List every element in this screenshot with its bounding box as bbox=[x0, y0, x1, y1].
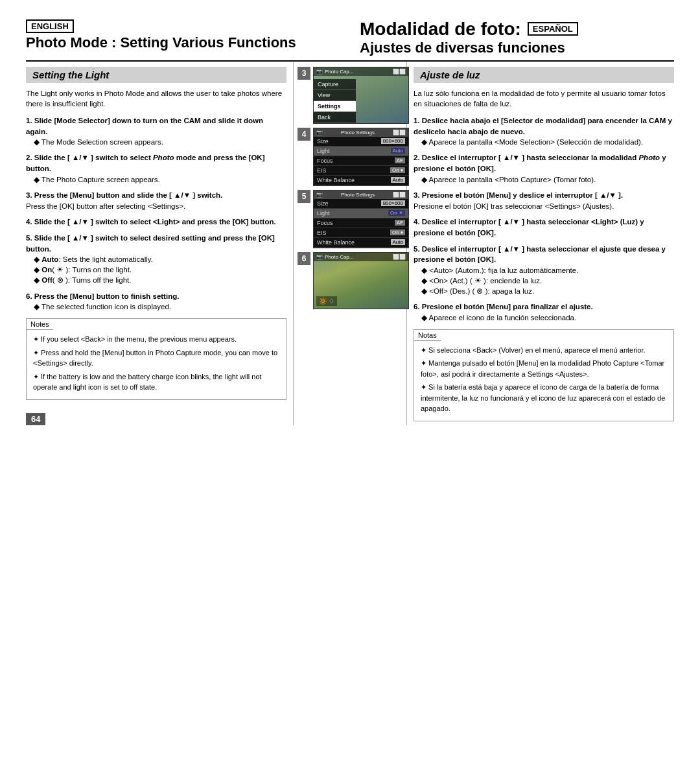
settings-row-focus: Focus AF bbox=[314, 156, 408, 166]
english-badge: ENGLISH bbox=[26, 19, 74, 33]
menu-capture: Capture bbox=[314, 79, 356, 90]
row5-label-wb: White Balance bbox=[317, 239, 355, 246]
set-cam-icon: 📷 bbox=[316, 130, 323, 135]
step-1-text: 1. Slide [Mode Selector] down to turn on… bbox=[26, 117, 263, 135]
es-step-2: 2. Deslice el interruptor [ ▲/▼ ] hasta … bbox=[414, 152, 674, 184]
cam-title-3: Photo Cap... bbox=[325, 69, 353, 75]
note-right-3: ✦ Si la batería está baja y aparece el i… bbox=[419, 382, 668, 414]
row5-val-wb: Auto bbox=[391, 239, 405, 245]
menu-back: Back bbox=[314, 112, 356, 123]
note-left-3: ✦ If the battery is low and the battery … bbox=[32, 371, 281, 393]
notes-box-left: Notes ✦ If you select <Back> in the menu… bbox=[26, 318, 286, 400]
es-step-2-sub: ◆ Aparece la pantalla <Photo Capture> (T… bbox=[414, 174, 674, 185]
step4-badge: 4 bbox=[298, 128, 310, 141]
row5-val-light: On ☀ bbox=[388, 210, 405, 216]
photo-screen-6-header: 📷 Photo Cap... ⬜⬜ bbox=[314, 253, 408, 261]
row-label-light: Light bbox=[317, 148, 330, 154]
ph-icons: ⬜⬜ bbox=[393, 254, 406, 260]
left-steps: 1. Slide [Mode Selector] down to turn on… bbox=[26, 115, 286, 312]
row-label-eis: EIS bbox=[317, 167, 327, 174]
spanish-title: Modalidad de foto: bbox=[360, 19, 521, 40]
screenshot-step4: 4 📷 Photo Settings ⬜⬜ Size 800×600 bbox=[298, 128, 402, 186]
step-3-extra: Press the [OK] button after selecting <S… bbox=[26, 202, 185, 210]
cam-screen-3-header: 📷 Photo Cap... ⬜⬜ bbox=[314, 67, 408, 76]
row-label-wb: White Balance bbox=[317, 177, 355, 183]
row-val-eis: On ♦ bbox=[390, 167, 405, 173]
es-step-4: 4. Deslice el interruptor [ ▲/▼ ] hasta … bbox=[414, 217, 674, 238]
settings5-row-size: Size 800×600 bbox=[314, 199, 408, 209]
spanish-subtitle: Ajustes de diversas funciones bbox=[360, 40, 674, 56]
screenshot-step6: 6 📷 Photo Cap... ⬜⬜ 🔆 ♢ bbox=[298, 252, 402, 309]
photo-screen-6: 📷 Photo Cap... ⬜⬜ 🔆 ♢ bbox=[313, 252, 409, 309]
set-title-5: Photo Settings bbox=[341, 192, 375, 198]
row5-label-size: Size bbox=[317, 200, 329, 207]
settings-row-size: Size 800×600 bbox=[314, 137, 408, 147]
cam-screen-3-overlay: 📷 Photo Cap... ⬜⬜ Capture View Settings … bbox=[314, 67, 408, 123]
settings-header-5: 📷 Photo Settings ⬜⬜ bbox=[314, 191, 408, 199]
step-2-sub: ◆ The Photo Capture screen appears. bbox=[26, 174, 286, 185]
step-1: 1. Slide [Mode Selector] down to turn on… bbox=[26, 115, 286, 147]
notes-content-right: ✦ Si selecciona <Back> (Volver) en el me… bbox=[414, 341, 673, 421]
step-5-sub-off: ◆ Off( ⊗ ): Turns off the light. bbox=[26, 275, 286, 285]
step5-badge: 5 bbox=[298, 190, 310, 203]
row-val-size: 800×600 bbox=[381, 138, 405, 144]
es-step-1-text: 1. Deslice hacia abajo el [Selector de m… bbox=[414, 117, 672, 135]
es-step-3-text: 3. Presione el botón [Menu] y deslice el… bbox=[414, 191, 623, 199]
step-1-sub: ◆ The Mode Selection screen appears. bbox=[26, 137, 286, 147]
page-number: 64 bbox=[26, 413, 45, 425]
row-label-size: Size bbox=[317, 138, 329, 145]
es-step-1-sub: ◆ Aparece la pantalla <Mode Selection> (… bbox=[414, 137, 674, 147]
es-step-5-sub-off: ◆ <Off> (Des.) ( ⊗ ): apaga la luz. bbox=[414, 286, 674, 296]
set-icons: ⬜⬜ bbox=[393, 130, 406, 135]
row5-label-light: Light bbox=[317, 210, 330, 217]
screenshot-step3: 3 📷 Photo Cap... ⬜⬜ Capture bbox=[298, 67, 402, 124]
step-5-text: 5. Slide the [ ▲/▼ ] switch to select de… bbox=[26, 234, 275, 253]
row5-label-focus: Focus bbox=[317, 220, 333, 226]
screen6-container: 📷 Photo Cap... ⬜⬜ 🔆 ♢ bbox=[313, 252, 409, 309]
settings5-row-eis: EIS On ♦ bbox=[314, 228, 408, 238]
header-left: ENGLISH Photo Mode : Setting Various Fun… bbox=[26, 19, 340, 51]
set-cam-icon-5: 📷 bbox=[316, 192, 323, 198]
english-title: Photo Mode : Setting Various Functions bbox=[26, 34, 340, 51]
screen5-container: 📷 Photo Settings ⬜⬜ Size 800×600 Light O… bbox=[313, 190, 409, 248]
es-step-5: 5. Deslice el interruptor [ ▲/▼ ] hasta … bbox=[414, 244, 674, 297]
step-6: 6. Press the [Menu] button to finish set… bbox=[26, 291, 286, 312]
settings5-row-light-hl: Light On ☀ bbox=[314, 209, 408, 218]
right-steps: 1. Deslice hacia abajo el [Selector de m… bbox=[414, 115, 674, 323]
step-4: 4. Slide the [ ▲/▼ ] switch to select <L… bbox=[26, 217, 286, 228]
settings-screen-4: 📷 Photo Settings ⬜⬜ Size 800×600 Light A… bbox=[313, 128, 409, 186]
header-right: Modalidad de foto: ESPAÑOL Ajustes de di… bbox=[340, 19, 674, 56]
screenshot-step5: 5 📷 Photo Settings ⬜⬜ Size 800×600 bbox=[298, 190, 402, 248]
es-step-3: 3. Presione el botón [Menu] y deslice el… bbox=[414, 190, 674, 211]
es-step-5-sub-on: ◆ <On> (Act.) ( ☀ ): enciende la luz. bbox=[414, 276, 674, 286]
cam-icon-3: 📷 bbox=[316, 69, 323, 75]
step6-badge: 6 bbox=[298, 252, 310, 265]
ph-icon: 📷 bbox=[316, 254, 323, 260]
left-intro: The Light only works in Photo Mode and a… bbox=[26, 88, 286, 109]
step-5-sub-auto: ◆ Auto: Sets the light automatically. bbox=[26, 254, 286, 264]
row-val-wb: Auto bbox=[391, 177, 405, 183]
step-2: 2. Slide the [ ▲/▼ ] switch to select Ph… bbox=[26, 152, 286, 184]
es-step-6-text: 6. Presione el botón [Menu] para finaliz… bbox=[414, 303, 593, 311]
left-section-heading: Setting the Light bbox=[26, 67, 286, 83]
es-step-6-sub: ◆ Aparece el icono de la función selecci… bbox=[414, 312, 674, 323]
row-label-focus: Focus bbox=[317, 158, 333, 164]
menu-view: View bbox=[314, 90, 356, 101]
right-section-heading: Ajuste de luz bbox=[414, 67, 674, 83]
step3-badge: 3 bbox=[298, 67, 310, 80]
row5-label-eis: EIS bbox=[317, 229, 327, 236]
notes-content-left: ✦ If you select <Back> in the menu, the … bbox=[27, 330, 286, 399]
step-4-text: 4. Slide the [ ▲/▼ ] switch to select <L… bbox=[26, 218, 276, 226]
note-left-1: ✦ If you select <Back> in the menu, the … bbox=[32, 334, 281, 345]
cam-menu-3: Capture View Settings Back bbox=[314, 79, 356, 123]
es-step-2-text: 2. Deslice el interruptor [ ▲/▼ ] hasta … bbox=[414, 154, 666, 172]
es-step-5-sub-auto: ◆ <Auto> (Autom.): fija la luz automátic… bbox=[414, 265, 674, 276]
page: ENGLISH Photo Mode : Setting Various Fun… bbox=[0, 0, 700, 763]
settings-header-4: 📷 Photo Settings ⬜⬜ bbox=[314, 128, 408, 137]
note-right-2: ✦ Mantenga pulsado el botón [Menu] en la… bbox=[419, 358, 668, 379]
es-step-5-text: 5. Deslice el interruptor [ ▲/▼ ] hasta … bbox=[414, 245, 666, 264]
ph-title: Photo Cap... bbox=[325, 254, 353, 260]
es-step-6: 6. Presione el botón [Menu] para finaliz… bbox=[414, 301, 674, 323]
row-val-light: Auto bbox=[391, 148, 405, 154]
row5-val-eis: On ♦ bbox=[390, 229, 405, 235]
